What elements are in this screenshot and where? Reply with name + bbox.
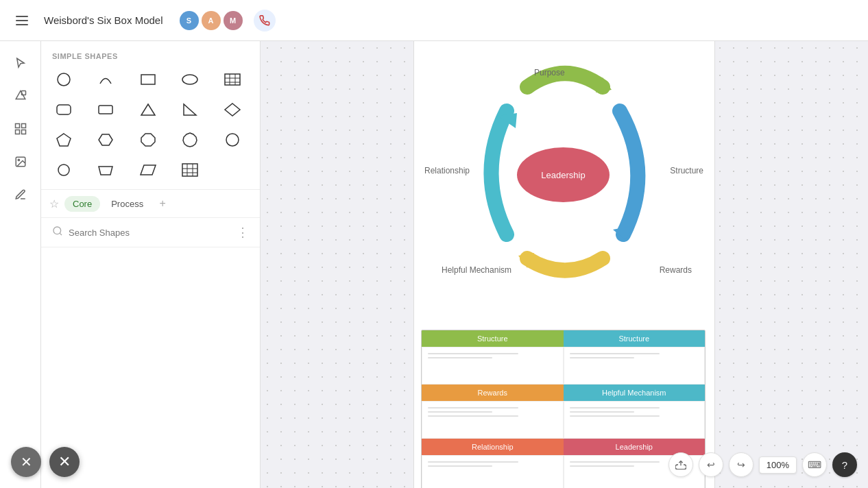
shape-diamond[interactable]	[215, 96, 250, 123]
shapes-section-title: SIMPLE SHAPES	[41, 41, 260, 66]
shape-rounded-rect[interactable]	[47, 96, 81, 123]
more-options-icon[interactable]: ⋮	[237, 225, 249, 240]
header: Weisbord's Six Box Model S A M	[0, 0, 868, 41]
search-icon	[52, 225, 63, 239]
collaborators: S A M	[180, 11, 243, 30]
svg-rect-22	[182, 164, 197, 176]
shape-pentagon[interactable]	[47, 126, 81, 154]
tab-core[interactable]: Core	[64, 196, 100, 212]
shape-triangle[interactable]	[131, 96, 165, 123]
line	[428, 357, 492, 358]
bottom-table: Structure Structure Rewards Helpful Mech…	[421, 330, 706, 488]
menu-button[interactable]	[11, 10, 33, 32]
shape-right-triangle[interactable]	[173, 96, 207, 123]
table-header-structure-1: Structure	[422, 330, 564, 347]
search-shapes-input[interactable]	[69, 228, 231, 238]
relationship-label: Relationship	[424, 166, 470, 175]
canvas-area[interactable]: Purpose Structure Rewards Helpful Mechan…	[261, 41, 868, 488]
svg-rect-5	[21, 124, 25, 128]
purpose-label: Purpose	[534, 68, 565, 77]
line	[428, 465, 492, 467]
star-icon: ☆	[49, 197, 59, 210]
table-cell-1-1	[564, 401, 706, 439]
shape-ellipse[interactable]	[173, 66, 207, 93]
shape-arc[interactable]	[88, 66, 123, 93]
line	[570, 353, 660, 354]
left-toolbar	[0, 41, 41, 488]
svg-rect-19	[99, 106, 112, 114]
shape-rounded-rect2[interactable]	[88, 96, 123, 123]
svg-point-27	[53, 227, 61, 234]
leadership-label: Leadership	[541, 170, 585, 180]
line	[570, 357, 634, 358]
svg-rect-11	[141, 75, 155, 84]
shape-trapezoid[interactable]	[88, 156, 123, 184]
cursor-tool[interactable]	[7, 49, 34, 77]
shapes-tool[interactable]	[7, 82, 34, 110]
svg-line-28	[60, 233, 62, 235]
shape-library-tabs: ☆ Core Process +	[41, 189, 260, 218]
draw-tool[interactable]	[7, 181, 34, 208]
line	[428, 411, 492, 413]
redo-button[interactable]: ↪	[729, 452, 754, 477]
shapes-grid	[41, 66, 260, 189]
svg-rect-2	[16, 24, 28, 25]
add-tab-button[interactable]: +	[154, 195, 171, 212]
avatar-1: S	[180, 11, 199, 30]
leadership-ellipse: Leadership	[517, 147, 610, 202]
svg-rect-7	[21, 130, 25, 134]
svg-rect-1	[16, 20, 28, 21]
svg-rect-13	[225, 74, 240, 85]
shape-table[interactable]	[215, 66, 250, 93]
rewards-label: Rewards	[660, 265, 692, 275]
diagram-container: Purpose Structure Rewards Helpful Mechan…	[413, 41, 715, 488]
table-header-structure-2: Structure	[564, 330, 706, 347]
shape-rect[interactable]	[131, 66, 165, 93]
svg-point-10	[58, 73, 70, 86]
table-grid: Structure Structure Rewards Helpful Mech…	[421, 330, 706, 488]
avatar-3: M	[224, 11, 243, 30]
svg-point-12	[182, 75, 197, 84]
shape-hexagon[interactable]	[88, 126, 123, 154]
call-button[interactable]	[254, 10, 276, 32]
table-cell-1-0	[422, 401, 564, 439]
shape-circle[interactable]	[47, 66, 81, 93]
table-header-rewards: Rewards	[422, 385, 564, 401]
help-button[interactable]: ?	[832, 452, 857, 477]
svg-point-21	[58, 164, 69, 175]
line	[428, 461, 518, 463]
svg-rect-0	[16, 16, 28, 17]
document-title: Weisbord's Six Box Model	[44, 14, 163, 26]
line	[428, 415, 518, 417]
svg-point-20	[226, 134, 239, 146]
cloud-save-button[interactable]	[668, 452, 693, 477]
line	[570, 407, 660, 408]
shape-decagon[interactable]	[173, 126, 207, 154]
zoom-level: 100%	[759, 456, 797, 474]
svg-rect-4	[15, 124, 19, 128]
search-row: ⋮	[41, 218, 260, 247]
shape-parallelogram[interactable]	[131, 156, 165, 184]
avatar-2: A	[202, 11, 221, 30]
svg-rect-18	[57, 105, 71, 114]
line	[570, 415, 660, 417]
shapes-panel: SIMPLE SHAPES	[41, 41, 261, 488]
line	[570, 465, 634, 467]
close-fab-button[interactable]: ✕	[49, 447, 80, 477]
shape-circle2[interactable]	[215, 126, 250, 154]
bottom-toolbar: ↩ ↪ 100% ⌨ ?	[668, 452, 857, 477]
shape-circle3[interactable]	[47, 156, 81, 184]
shape-grid[interactable]	[173, 156, 207, 184]
main-layout: SIMPLE SHAPES	[0, 41, 868, 488]
svg-point-9	[18, 159, 19, 160]
tab-process[interactable]: Process	[103, 196, 152, 212]
shape-octagon[interactable]	[131, 126, 165, 154]
table-header-helpful: Helpful Mechanism	[564, 385, 706, 401]
keyboard-shortcut-button[interactable]: ⌨	[802, 452, 827, 477]
line	[570, 461, 660, 463]
undo-button[interactable]: ↩	[699, 452, 723, 477]
line	[428, 353, 518, 354]
frames-tool[interactable]	[7, 115, 34, 143]
image-tool[interactable]	[7, 148, 34, 175]
table-cell-0-1	[564, 347, 706, 385]
